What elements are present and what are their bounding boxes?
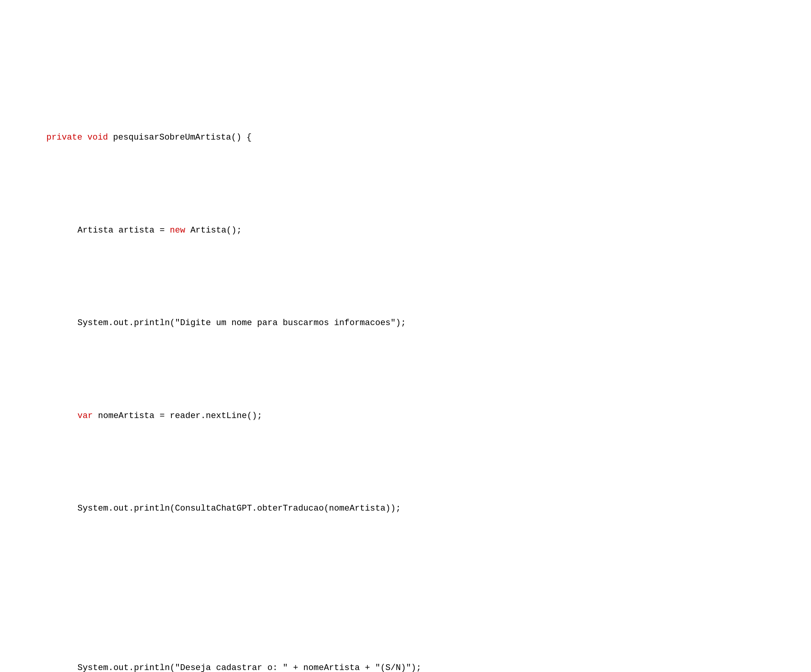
code-line (16, 582, 795, 595)
code-text: Artista(); (185, 226, 241, 235)
code-line: private void pesquisarSobreUmArtista() { (16, 118, 795, 158)
keyword: var (77, 411, 93, 421)
keyword: new (170, 226, 185, 235)
code-text: pesquisarSobreUmArtista() { (113, 133, 252, 142)
keyword: private void (46, 133, 113, 142)
code-text: nomeArtista = reader.nextLine(); (93, 411, 262, 421)
code-line: System.out.println(ConsultaChatGPT.obter… (16, 489, 795, 528)
code-line: System.out.println("Digite um nome para … (16, 303, 795, 343)
code-line: System.out.println("Deseja cadastrar o: … (16, 648, 795, 672)
code-text: System.out.println("Digite um nome para … (77, 318, 406, 328)
code-line: Artista artista = new Artista(); (16, 210, 795, 250)
code-text: Artista artista = (77, 226, 170, 235)
code-viewer: private void pesquisarSobreUmArtista() {… (16, 12, 795, 672)
code-line: var nomeArtista = reader.nextLine(); (16, 396, 795, 436)
code-text: System.out.println("Deseja cadastrar o: … (77, 663, 421, 672)
code-content: private void pesquisarSobreUmArtista() {… (16, 65, 795, 672)
code-text: System.out.println(ConsultaChatGPT.obter… (77, 504, 401, 513)
